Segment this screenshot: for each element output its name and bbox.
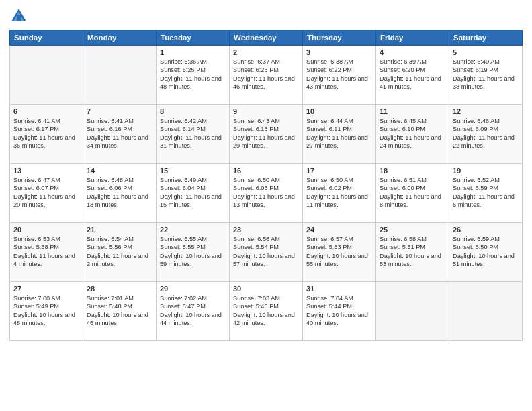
day-number: 21 bbox=[87, 226, 152, 234]
day-number: 7 bbox=[87, 107, 152, 116]
day-cell: 6Sunrise: 6:41 AM Sunset: 6:17 PM Daylig… bbox=[10, 105, 83, 164]
day-cell: 8Sunrise: 6:42 AM Sunset: 6:14 PM Daylig… bbox=[157, 105, 230, 164]
day-info: Sunrise: 6:51 AM Sunset: 6:00 PM Dayligh… bbox=[380, 176, 445, 210]
day-info: Sunrise: 6:55 AM Sunset: 5:55 PM Dayligh… bbox=[160, 235, 226, 269]
week-row-4: 20Sunrise: 6:53 AM Sunset: 5:58 PM Dayli… bbox=[10, 223, 523, 282]
day-cell: 20Sunrise: 6:53 AM Sunset: 5:58 PM Dayli… bbox=[10, 223, 83, 282]
day-info: Sunrise: 6:44 AM Sunset: 6:11 PM Dayligh… bbox=[306, 117, 372, 150]
header-cell-wednesday: Wednesday bbox=[230, 30, 303, 46]
header-cell-sunday: Sunday bbox=[10, 30, 83, 46]
day-cell: 2Sunrise: 6:37 AM Sunset: 6:23 PM Daylig… bbox=[230, 46, 303, 105]
day-info: Sunrise: 6:43 AM Sunset: 6:13 PM Dayligh… bbox=[233, 117, 299, 150]
day-info: Sunrise: 6:36 AM Sunset: 6:25 PM Dayligh… bbox=[160, 58, 226, 91]
day-cell: 27Sunrise: 7:00 AM Sunset: 5:49 PM Dayli… bbox=[10, 282, 83, 341]
day-number: 2 bbox=[233, 48, 299, 56]
day-number: 3 bbox=[306, 48, 372, 56]
day-cell: 12Sunrise: 6:46 AM Sunset: 6:09 PM Dayli… bbox=[449, 105, 523, 164]
day-number: 20 bbox=[13, 226, 79, 234]
day-cell: 17Sunrise: 6:50 AM Sunset: 6:02 PM Dayli… bbox=[303, 164, 376, 223]
day-number: 18 bbox=[380, 167, 445, 175]
day-number: 23 bbox=[233, 226, 299, 234]
week-row-2: 6Sunrise: 6:41 AM Sunset: 6:17 PM Daylig… bbox=[10, 105, 523, 164]
day-info: Sunrise: 7:02 AM Sunset: 5:47 PM Dayligh… bbox=[160, 294, 226, 328]
day-info: Sunrise: 6:37 AM Sunset: 6:23 PM Dayligh… bbox=[233, 58, 299, 91]
day-cell bbox=[376, 282, 449, 341]
day-number: 22 bbox=[160, 226, 226, 234]
day-info: Sunrise: 7:04 AM Sunset: 5:44 PM Dayligh… bbox=[306, 294, 372, 328]
day-info: Sunrise: 7:01 AM Sunset: 5:48 PM Dayligh… bbox=[87, 294, 152, 328]
header bbox=[9, 7, 523, 26]
day-cell: 24Sunrise: 6:57 AM Sunset: 5:53 PM Dayli… bbox=[303, 223, 376, 282]
day-number: 12 bbox=[453, 107, 519, 116]
logo-icon bbox=[9, 7, 28, 26]
day-number: 6 bbox=[13, 107, 79, 116]
day-number: 8 bbox=[160, 107, 226, 116]
day-info: Sunrise: 6:48 AM Sunset: 6:06 PM Dayligh… bbox=[87, 176, 152, 210]
calendar-header: SundayMondayTuesdayWednesdayThursdayFrid… bbox=[10, 30, 523, 46]
day-number: 31 bbox=[306, 285, 372, 293]
svg-rect-2 bbox=[17, 15, 21, 21]
day-cell: 3Sunrise: 6:38 AM Sunset: 6:22 PM Daylig… bbox=[303, 46, 376, 105]
day-number: 27 bbox=[13, 285, 79, 293]
day-cell: 18Sunrise: 6:51 AM Sunset: 6:00 PM Dayli… bbox=[376, 164, 449, 223]
day-cell: 4Sunrise: 6:39 AM Sunset: 6:20 PM Daylig… bbox=[376, 46, 449, 105]
day-cell: 19Sunrise: 6:52 AM Sunset: 5:59 PM Dayli… bbox=[449, 164, 523, 223]
day-info: Sunrise: 6:42 AM Sunset: 6:14 PM Dayligh… bbox=[160, 117, 226, 150]
day-info: Sunrise: 6:50 AM Sunset: 6:03 PM Dayligh… bbox=[233, 176, 299, 210]
day-cell: 26Sunrise: 6:59 AM Sunset: 5:50 PM Dayli… bbox=[449, 223, 523, 282]
day-number: 30 bbox=[233, 285, 299, 293]
day-cell: 9Sunrise: 6:43 AM Sunset: 6:13 PM Daylig… bbox=[230, 105, 303, 164]
day-cell: 1Sunrise: 6:36 AM Sunset: 6:25 PM Daylig… bbox=[157, 46, 230, 105]
day-number: 4 bbox=[380, 48, 445, 56]
day-number: 28 bbox=[87, 285, 152, 293]
day-number: 16 bbox=[233, 167, 299, 175]
day-info: Sunrise: 6:40 AM Sunset: 6:19 PM Dayligh… bbox=[453, 58, 519, 91]
day-cell: 28Sunrise: 7:01 AM Sunset: 5:48 PM Dayli… bbox=[83, 282, 157, 341]
day-info: Sunrise: 6:56 AM Sunset: 5:54 PM Dayligh… bbox=[233, 235, 299, 269]
day-cell: 23Sunrise: 6:56 AM Sunset: 5:54 PM Dayli… bbox=[230, 223, 303, 282]
day-number: 9 bbox=[233, 107, 299, 116]
header-row: SundayMondayTuesdayWednesdayThursdayFrid… bbox=[10, 30, 523, 46]
day-cell: 16Sunrise: 6:50 AM Sunset: 6:03 PM Dayli… bbox=[230, 164, 303, 223]
day-cell: 31Sunrise: 7:04 AM Sunset: 5:44 PM Dayli… bbox=[303, 282, 376, 341]
day-cell: 5Sunrise: 6:40 AM Sunset: 6:19 PM Daylig… bbox=[449, 46, 523, 105]
day-number: 11 bbox=[380, 107, 445, 116]
day-number: 5 bbox=[453, 48, 519, 56]
day-info: Sunrise: 6:49 AM Sunset: 6:04 PM Dayligh… bbox=[160, 176, 226, 210]
day-cell: 30Sunrise: 7:03 AM Sunset: 5:46 PM Dayli… bbox=[230, 282, 303, 341]
day-info: Sunrise: 6:41 AM Sunset: 6:16 PM Dayligh… bbox=[87, 117, 152, 150]
week-row-1: 1Sunrise: 6:36 AM Sunset: 6:25 PM Daylig… bbox=[10, 46, 523, 105]
day-number: 25 bbox=[380, 226, 445, 234]
day-info: Sunrise: 6:53 AM Sunset: 5:58 PM Dayligh… bbox=[13, 235, 79, 269]
day-info: Sunrise: 6:38 AM Sunset: 6:22 PM Dayligh… bbox=[306, 58, 372, 91]
day-info: Sunrise: 7:00 AM Sunset: 5:49 PM Dayligh… bbox=[13, 294, 79, 328]
day-cell bbox=[83, 46, 157, 105]
day-info: Sunrise: 6:47 AM Sunset: 6:07 PM Dayligh… bbox=[13, 176, 79, 210]
day-info: Sunrise: 6:57 AM Sunset: 5:53 PM Dayligh… bbox=[306, 235, 372, 269]
day-number: 26 bbox=[453, 226, 519, 234]
day-number: 10 bbox=[306, 107, 372, 116]
header-cell-thursday: Thursday bbox=[303, 30, 376, 46]
day-info: Sunrise: 6:41 AM Sunset: 6:17 PM Dayligh… bbox=[13, 117, 79, 150]
day-cell: 25Sunrise: 6:58 AM Sunset: 5:51 PM Dayli… bbox=[376, 223, 449, 282]
header-cell-monday: Monday bbox=[83, 30, 157, 46]
day-info: Sunrise: 6:45 AM Sunset: 6:10 PM Dayligh… bbox=[380, 117, 445, 150]
day-cell bbox=[10, 46, 83, 105]
day-cell: 29Sunrise: 7:02 AM Sunset: 5:47 PM Dayli… bbox=[157, 282, 230, 341]
calendar-table: SundayMondayTuesdayWednesdayThursdayFrid… bbox=[9, 30, 523, 341]
header-cell-tuesday: Tuesday bbox=[157, 30, 230, 46]
logo bbox=[9, 7, 31, 26]
week-row-3: 13Sunrise: 6:47 AM Sunset: 6:07 PM Dayli… bbox=[10, 164, 523, 223]
day-number: 29 bbox=[160, 285, 226, 293]
day-cell: 22Sunrise: 6:55 AM Sunset: 5:55 PM Dayli… bbox=[157, 223, 230, 282]
day-info: Sunrise: 6:46 AM Sunset: 6:09 PM Dayligh… bbox=[453, 117, 519, 150]
day-info: Sunrise: 6:58 AM Sunset: 5:51 PM Dayligh… bbox=[380, 235, 445, 269]
page: SundayMondayTuesdayWednesdayThursdayFrid… bbox=[0, 0, 532, 411]
day-cell: 13Sunrise: 6:47 AM Sunset: 6:07 PM Dayli… bbox=[10, 164, 83, 223]
day-cell: 15Sunrise: 6:49 AM Sunset: 6:04 PM Dayli… bbox=[157, 164, 230, 223]
day-info: Sunrise: 6:52 AM Sunset: 5:59 PM Dayligh… bbox=[453, 176, 519, 210]
day-info: Sunrise: 7:03 AM Sunset: 5:46 PM Dayligh… bbox=[233, 294, 299, 328]
calendar-body: 1Sunrise: 6:36 AM Sunset: 6:25 PM Daylig… bbox=[10, 46, 523, 341]
day-cell: 21Sunrise: 6:54 AM Sunset: 5:56 PM Dayli… bbox=[83, 223, 157, 282]
header-cell-saturday: Saturday bbox=[449, 30, 523, 46]
